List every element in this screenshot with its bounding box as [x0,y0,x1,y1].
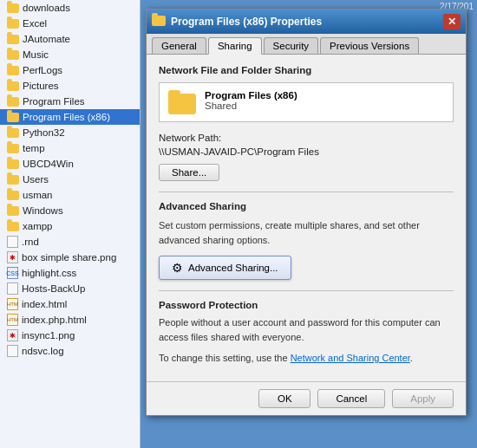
title-folder-icon [152,16,166,26]
sidebar-item[interactable]: Program Files [0,94,140,109]
network-sharing-center-link[interactable]: Network and Sharing Center [291,353,410,363]
properties-dialog: Program Files (x86) Properties ✕ General… [146,9,467,416]
advanced-section-title: Advanced Sharing [159,201,454,211]
sidebar-item[interactable]: .rnd [0,234,140,250]
sidebar-item-label: Excel [23,18,47,29]
sidebar-item-label: Python32 [23,127,65,138]
sidebar-item-label: downloads [23,3,70,13]
sidebar-item[interactable]: JAutomate [0,31,140,47]
sidebar-item[interactable]: Program Files (x86) [0,109,140,125]
sidebar-item-label: box simple share.png [22,252,116,263]
password-section-title: Password Protection [159,300,454,310]
sidebar-item[interactable]: ✱insync1.png [0,328,140,343]
dialog-title-text: Program Files (x86) Properties [171,16,443,28]
network-info: Program Files (x86) Shared [205,90,297,111]
sidebar-item[interactable]: Excel [0,16,140,31]
sidebar-item[interactable]: ✱box simple share.png [0,250,140,265]
dialog-titlebar: Program Files (x86) Properties ✕ [147,10,466,34]
sidebar-scroll[interactable]: downloads Excel JAutomate Music PerfLogs… [0,0,140,448]
network-section-title: Network File and Folder Sharing [159,65,454,75]
advanced-sharing-button[interactable]: ⚙ Advanced Sharing... [159,256,291,280]
password-change-text: To change this setting, use the Network … [159,351,454,366]
sidebar-item-label: usman [23,190,53,200]
advanced-btn-label: Advanced Sharing... [188,263,278,273]
sidebar-item[interactable]: usman [0,187,140,203]
sidebar-item[interactable]: Windows [0,203,140,218]
divider-2 [159,290,454,291]
network-path-value: \\USMAN-JAVAID-PC\Program Files [159,146,454,157]
sidebar-item[interactable]: Hosts-BackUp [0,281,140,296]
sidebar-item-label: Program Files [23,96,85,107]
sidebar-item-label: insync1.png [22,330,75,341]
dialog-title-icon [152,16,166,28]
folder-body [168,94,196,114]
dialog-close-button[interactable]: ✕ [443,14,461,29]
sidebar-item[interactable]: Music [0,47,140,62]
sidebar-item[interactable]: HTMindex.html [0,296,140,312]
dialog-content: Network File and Folder Sharing Program … [147,55,466,381]
password-change-prefix: To change this setting, use the [159,353,291,363]
divider-1 [159,192,454,192]
advanced-section-desc: Set custom permissions, create multiple … [159,218,454,247]
sidebar-item[interactable]: HTMindex.php.html [0,312,140,328]
sidebar-item-label: Windows [23,205,63,216]
ok-button[interactable]: OK [258,389,310,408]
sidebar-item[interactable]: Users [0,172,140,187]
sidebar-item-label: Music [23,49,49,60]
share-name: Program Files (x86) [205,90,297,101]
dialog-footer: OK Cancel Apply [147,381,466,415]
sidebar-item[interactable]: temp [0,140,140,156]
sidebar-item[interactable]: ndsvc.log [0,343,140,359]
sidebar-item-label: PerfLogs [23,65,62,75]
password-change-suffix: . [410,353,413,363]
sidebar-item[interactable]: downloads [0,0,140,16]
sidebar-item-label: Users [23,174,49,185]
password-desc: People without a user account and passwo… [159,315,454,344]
network-sharing-box: Program Files (x86) Shared [159,82,454,122]
tab-general[interactable]: General [152,37,206,54]
sidebar-item[interactable]: Pictures [0,78,140,94]
gear-icon: ⚙ [172,261,183,275]
tab-sharing[interactable]: Sharing [208,37,262,55]
file-explorer-sidebar: downloads Excel JAutomate Music PerfLogs… [0,0,140,448]
big-folder-icon [168,90,196,114]
sidebar-item-label: UBCD4Win [23,159,74,169]
sidebar-item-label: ndsvc.log [22,346,64,356]
sidebar-item-label: .rnd [22,237,39,247]
sidebar-item[interactable]: Python32 [0,125,140,140]
sidebar-item[interactable]: UBCD4Win [0,156,140,172]
sidebar-item-label: Hosts-BackUp [22,283,86,294]
cancel-button[interactable]: Cancel [317,389,385,408]
sidebar-item-label: index.html [22,299,67,309]
sidebar-item[interactable]: CSShighlight.css [0,265,140,281]
sidebar-item[interactable]: xampp [0,218,140,234]
sidebar-item-label: xampp [23,221,53,231]
dialog-tabs: General Sharing Security Previous Versio… [147,34,466,55]
sidebar-item-label: JAutomate [23,34,70,44]
apply-button[interactable]: Apply [392,389,454,408]
network-path-label: Network Path: [159,133,454,143]
sidebar-item-label: index.php.html [22,315,87,325]
sidebar-item-label: Program Files (x86) [23,112,110,122]
tab-security[interactable]: Security [264,37,319,54]
sidebar-item-label: Pictures [23,81,59,91]
sidebar-item-label: highlight.css [22,268,76,278]
sidebar-item[interactable]: PerfLogs [0,62,140,78]
share-status: Shared [205,101,297,111]
tab-previous-versions[interactable]: Previous Versions [320,37,419,54]
sidebar-item-label: temp [23,143,45,153]
share-button[interactable]: Share... [159,164,219,181]
